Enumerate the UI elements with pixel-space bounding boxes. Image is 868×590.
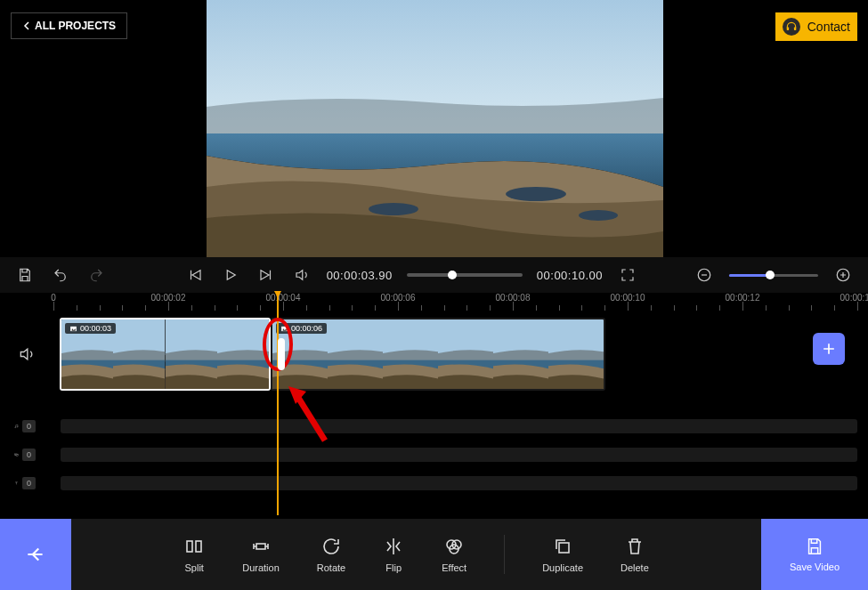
add-media-button[interactable] [813,333,845,365]
duplicate-button[interactable]: Duplicate [542,536,583,573]
progress-knob[interactable] [448,271,457,279]
svg-rect-42 [559,543,569,553]
text-icon: 0 [0,476,36,490]
fullscreen-icon[interactable] [617,264,638,286]
svg-rect-36 [187,541,192,552]
all-projects-button[interactable]: ALL PROJECTS [11,12,127,39]
track-overlay[interactable]: 0 [0,440,868,469]
delete-button[interactable]: Delete [621,536,649,573]
volume-icon[interactable] [291,264,312,286]
track-count-badge: 0 [22,420,36,432]
zoom-in-icon[interactable] [832,264,854,286]
zoom-out-icon[interactable] [694,264,715,286]
save-video-button[interactable]: Save Video [761,519,868,590]
duplicate-label: Duplicate [542,562,583,573]
rotate-label: Rotate [317,562,345,573]
track-text[interactable]: 0 [0,469,868,497]
timeline-ruler[interactable]: 000:00:0200:00:0400:00:0600:00:0800:00:1… [53,293,857,318]
save-video-label: Save Video [790,562,840,572]
video-track: 00:00:0300:00:06 [0,318,868,391]
svg-rect-26 [493,319,548,355]
flip-label: Flip [385,562,402,573]
headset-icon [783,18,800,36]
svg-rect-35 [16,455,18,457]
split-label: Split [185,562,204,573]
play-icon[interactable] [220,264,241,286]
flip-button[interactable]: Flip [383,536,404,573]
overlay-icon: 0 [0,448,36,462]
svg-rect-22 [383,319,438,355]
current-time: 00:00:03.90 [327,269,393,282]
svg-point-4 [506,187,566,201]
rotate-button[interactable]: Rotate [317,536,345,573]
track-lane[interactable] [61,476,857,490]
svg-rect-38 [256,544,265,549]
track-lane[interactable] [61,448,857,462]
toolbar-divider [504,535,505,574]
bottom-toolbar: Split Duration Rotate Flip Effect Duplic… [0,519,868,590]
split-button[interactable]: Split [183,536,205,573]
contact-button[interactable]: Contact [775,12,857,41]
progress-slider[interactable] [407,273,523,277]
svg-rect-1 [794,28,796,30]
clip-duration-badge: 00:00:03 [65,323,116,334]
timeline-clip[interactable]: 00:00:06 [271,318,605,391]
svg-rect-10 [113,319,165,355]
svg-point-5 [579,210,618,221]
timeline-clip[interactable]: 00:00:03 [60,318,271,391]
undo-icon[interactable] [50,264,71,286]
track-lane[interactable] [61,419,857,433]
svg-rect-24 [438,319,493,355]
svg-rect-12 [166,319,217,355]
svg-rect-14 [217,319,269,355]
duration-button[interactable]: Duration [242,536,280,573]
skip-back-icon[interactable] [184,264,206,286]
svg-rect-20 [328,319,383,355]
svg-rect-37 [196,541,201,552]
track-count-badge: 0 [22,449,36,461]
effect-label: Effect [442,562,466,573]
zoom-knob[interactable] [766,271,775,279]
svg-rect-0 [787,28,789,30]
ruler-label: 00:00:14 [840,293,868,303]
delete-label: Delete [621,562,649,573]
annotation-arrow [285,383,338,445]
back-button[interactable] [0,519,71,590]
controls-bar: 00:00:03.90 00:00:10.00 [0,257,868,293]
effect-button[interactable]: Effect [442,536,466,573]
svg-point-3 [369,203,418,215]
audio-track-icon[interactable] [0,345,53,363]
svg-rect-28 [548,319,604,355]
chevron-left-icon [22,21,31,30]
zoom-slider[interactable] [729,274,818,277]
duration-label: Duration [242,562,280,573]
track-music[interactable]: 0 [0,412,868,440]
save-project-icon[interactable] [14,264,36,286]
track-count-badge: 0 [22,477,36,489]
all-projects-label: ALL PROJECTS [35,20,116,32]
redo-icon [85,264,107,286]
total-time: 00:00:10.00 [537,269,603,282]
contact-label: Contact [807,20,850,34]
music-icon: 0 [0,419,36,433]
skip-forward-icon[interactable] [256,264,277,286]
clip-handle[interactable] [278,338,285,370]
video-track-lane[interactable]: 00:00:0300:00:06 [53,318,857,391]
